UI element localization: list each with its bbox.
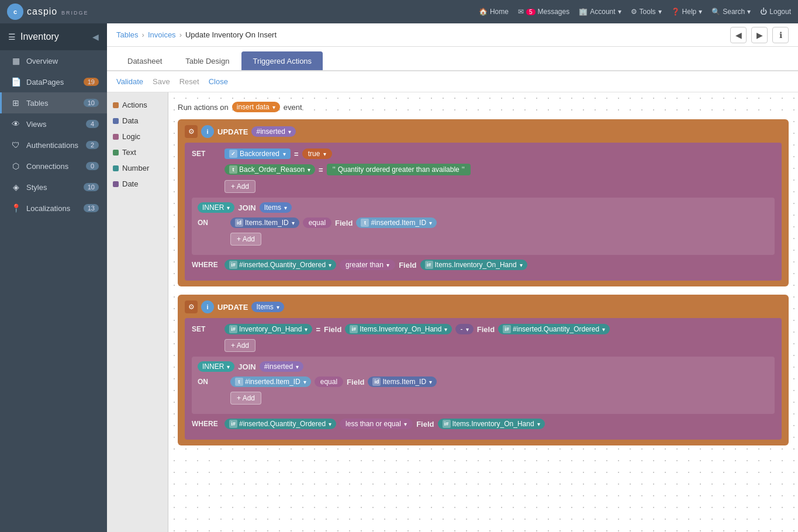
sidebar-item-localizations[interactable]: 📍 Localizations 13 [0,198,107,219]
block2-join-type-chip[interactable]: INNER ▾ [198,361,234,372]
sidebar-item-views[interactable]: 👁 Views 4 [0,113,107,134]
block2-set-field-chip[interactable]: i# Inventory_On_Hand ▾ [224,324,312,334]
nav-forward-button[interactable]: ▶ [751,27,768,43]
date-color-dot [113,181,119,187]
block1-where-field1-chip[interactable]: i# #inserted.Quantity_Ordered ▾ [224,260,336,270]
block1-info-icon[interactable]: i [201,125,214,138]
block1-on-field2-chip[interactable]: t #inserted.Item_ID ▾ [356,217,437,228]
nav-help[interactable]: ❓Help▾ [671,8,703,16]
breadcrumb-tables[interactable]: Tables [116,30,139,39]
run-actions-bar: Run actions on insert data ▾ event [178,102,789,112]
content-area: Tables › Invoices › Update Inventory On … [107,23,798,532]
backordered-field-chip[interactable]: ✓ Backordered ▾ [224,148,291,159]
palette-date[interactable]: Date [107,176,168,192]
block2-math-chip[interactable]: - ▾ [455,324,473,334]
top-nav-items: 🏠Home ✉5Messages 🏢Account▾ ⚙Tools▾ ❓Help… [479,8,791,16]
block1-on-field1-chip[interactable]: id Items.Item_ID ▾ [230,217,299,228]
block1-on-operator-chip[interactable]: equal [303,217,331,228]
editor-area: Actions Data Logic Text Number [107,92,798,532]
tab-table-design[interactable]: Table Design [174,51,240,70]
localizations-icon: 📍 [10,203,22,213]
block1-add-button[interactable]: + Add [224,180,255,193]
block2-join-row: INNER ▾ JOIN #inserted ▾ [198,361,769,372]
nav-home[interactable]: 🏠Home [479,8,509,16]
nav-account[interactable]: 🏢Account▾ [579,8,621,16]
sidebar-item-datapages[interactable]: 📄 DataPages 19 [0,71,107,92]
validate-link[interactable]: Validate [116,77,143,86]
block2-info-icon[interactable]: i [201,300,214,313]
block1-join-row: INNER ▾ JOIN Items ▾ [198,202,769,213]
block2-where-operator-chip[interactable]: less than or equal ▾ [340,419,413,429]
views-icon: 👁 [10,119,22,129]
block2-on-field1-chip[interactable]: t #inserted.Item_ID ▾ [230,376,311,387]
block2-on-add-button[interactable]: + Add [230,392,261,405]
styles-icon: ◈ [10,182,22,192]
palette-number[interactable]: Number [107,160,168,176]
sidebar-header: ☰ Inventory ◀ [0,23,107,50]
actions-color-dot [113,102,119,108]
block1-add-row: + Add [192,180,775,193]
block1-where-operator-chip[interactable]: greater than ▾ [340,260,395,270]
block1-set-row1: SET ✓ Backordered ▾ = true ▾ [192,148,775,159]
canvas[interactable]: Run actions on insert data ▾ event ⚙ i U… [168,92,798,532]
breadcrumb-invoices[interactable]: Invoices [148,30,176,39]
nav-tools[interactable]: ⚙Tools▾ [631,8,662,16]
palette-logic[interactable]: Logic [107,129,168,144]
block2-on-add-row: + Add [198,392,769,405]
event-chip[interactable]: insert data ▾ [232,102,280,112]
reset-link[interactable]: Reset [179,77,199,86]
sidebar-item-authentications[interactable]: 🛡 Authentications 2 [0,134,107,156]
palette-text[interactable]: Text [107,144,168,160]
top-navigation: c caspio BRIDGE 🏠Home ✉5Messages 🏢Accoun… [0,0,798,23]
block2-settings-icon[interactable]: ⚙ [185,300,198,313]
block1-on-add-row: + Add [198,233,769,246]
hamburger-icon[interactable]: ☰ [8,32,16,42]
back-order-reason-field-chip[interactable]: t Back_Order_Reason ▾ [224,164,315,175]
palette-data[interactable]: Data [107,113,168,129]
close-link[interactable]: Close [209,77,228,86]
string-value-chip[interactable]: " Quantity ordered greater than availabl… [327,164,471,175]
block2-inner: SET i# Inventory_On_Hand ▾ = Field i# It… [185,318,782,440]
block1-on-row: ON id Items.Item_ID ▾ equal Field [198,217,769,228]
logo-text: caspio BRIDGE [27,6,88,17]
block2-table-chip[interactable]: Items ▾ [251,302,284,312]
block2-set-value1-chip[interactable]: i# Items.Inventory_On_Hand ▾ [345,324,452,334]
block2-set-value2-chip[interactable]: i# #inserted.Quantity_Ordered ▾ [498,324,610,334]
block2-on-operator-chip[interactable]: equal [315,376,343,387]
data-color-dot [113,118,119,124]
sidebar-collapse-icon[interactable]: ◀ [92,32,99,42]
block2-set-row: SET i# Inventory_On_Hand ▾ = Field i# It… [192,324,775,334]
sidebar-item-overview[interactable]: ▦ Overview [0,50,107,71]
block2-join: INNER ▾ JOIN #inserted ▾ [192,357,775,414]
block2-add-button[interactable]: + Add [224,339,255,352]
palette-actions[interactable]: Actions [107,97,168,113]
nav-search[interactable]: 🔍Search▾ [711,8,751,16]
sidebar-item-styles[interactable]: ◈ Styles 10 [0,177,107,198]
block2-on-field2-chip[interactable]: id Items.Item_ID ▾ [368,376,437,387]
number-color-dot [113,165,119,171]
block1-settings-icon[interactable]: ⚙ [185,125,198,138]
datapages-icon: 📄 [10,77,22,87]
true-value-chip[interactable]: true ▾ [302,148,332,159]
block2-where-row: WHERE i# #inserted.Quantity_Ordered ▾ le… [192,419,775,429]
tabs-bar: Datasheet Table Design Triggered Actions [107,47,798,71]
block1-table-chip[interactable]: #inserted ▾ [251,126,295,137]
block2-header: ⚙ i UPDATE Items ▾ [185,300,782,313]
block2-where-field1-chip[interactable]: i# #inserted.Quantity_Ordered ▾ [224,419,336,429]
block1-where-field2-chip[interactable]: i# Items.Inventory_On_Hand ▾ [420,260,527,270]
block2-join-table-chip[interactable]: #inserted ▾ [260,361,303,372]
block1-on-add-button[interactable]: + Add [230,233,261,246]
logo-icon: c [7,4,23,20]
sidebar-item-connections[interactable]: ⬡ Connections 0 [0,156,107,177]
nav-logout[interactable]: ⏻Logout [760,8,791,16]
tab-triggered-actions[interactable]: Triggered Actions [241,51,323,70]
tab-datasheet[interactable]: Datasheet [116,51,173,70]
info-button[interactable]: ℹ [772,27,789,43]
sidebar-item-tables[interactable]: ⊞ Tables 10 [0,92,107,113]
block2-where-field2-chip[interactable]: i# Items.Inventory_On_Hand ▾ [438,419,545,429]
block1-join-type-chip[interactable]: INNER ▾ [198,202,234,213]
save-link[interactable]: Save [153,77,170,86]
block1-join-table-chip[interactable]: Items ▾ [260,202,292,213]
nav-back-button[interactable]: ◀ [730,27,747,43]
nav-messages[interactable]: ✉5Messages [518,8,569,16]
